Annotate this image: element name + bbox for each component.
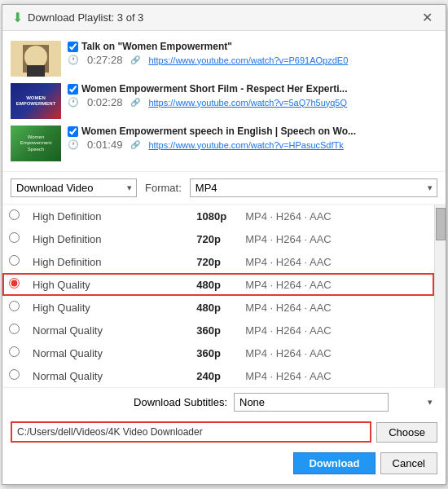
video-item: WOMENEMPOWERMENTWomen Empowerment Short … [11,80,437,122]
quality-radio[interactable] [9,301,20,311]
quality-resolution: 720p [190,250,239,273]
video-list: Talk on "Women Empowerment"🕐0:27:28🔗http… [2,31,446,172]
quality-resolution: 240p [190,364,239,387]
video-duration: 0:27:28 [87,54,122,66]
video-meta: 🕐0:27:28🔗https://www.youtube.com/watch?v… [68,54,437,66]
path-row: Choose [2,416,446,447]
video-info: Talk on "Women Empowerment"🕐0:27:28🔗http… [68,41,437,66]
quality-format: MP4 · H264 · AAC [239,205,434,227]
quality-label: High Quality [26,296,190,319]
download-type-select[interactable]: Download VideoDownload AudioDownload Sub… [11,178,137,197]
video-info: Women Empowerment speech in English | Sp… [68,126,437,151]
quality-radio[interactable] [9,369,20,380]
quality-table-wrapper: High Definition1080pMP4 · H264 · AACHigh… [2,205,434,388]
link-icon: 🔗 [130,98,140,107]
format-label: Format: [145,182,182,194]
quality-resolution: 480p [190,273,239,296]
format-wrapper: MP4MKVAVIMOV [190,178,437,197]
quality-label: Normal Quality [26,341,190,364]
quality-label: Normal Quality [26,319,190,341]
video-item: Talk on "Women Empowerment"🕐0:27:28🔗http… [11,37,437,80]
action-row: Download Cancel [2,447,446,482]
video-duration: 0:01:49 [87,139,122,151]
quality-table: High Definition1080pMP4 · H264 · AACHigh… [2,205,434,387]
video-info: Women Empowerment Short Film - Respect H… [68,83,437,108]
quality-resolution: 360p [190,341,239,364]
scrollbar-thumb[interactable] [436,208,446,240]
quality-row[interactable]: Normal Quality240pMP4 · H264 · AAC [2,364,434,387]
quality-radio[interactable] [9,346,20,357]
quality-row[interactable]: High Quality480pMP4 · H264 · AAC [2,296,434,319]
quality-label: High Definition [26,250,190,273]
video-url[interactable]: https://www.youtube.com/watch?v=P691AOpz… [148,55,348,65]
quality-format: MP4 · H264 · AAC [239,250,434,273]
quality-resolution: 360p [190,319,239,341]
quality-label: High Definition [26,205,190,227]
video-meta: 🕐0:02:28🔗https://www.youtube.com/watch?v… [68,96,437,108]
quality-row[interactable]: High Definition720pMP4 · H264 · AAC [2,227,434,250]
quality-format: MP4 · H264 · AAC [239,319,434,341]
video-title: Women Empowerment speech in English | Sp… [81,126,356,137]
dialog-title: Download Playlist: 3 of 3 [28,11,143,24]
quality-format: MP4 · H264 · AAC [239,341,434,364]
download-button[interactable]: Download [293,452,375,474]
video-url[interactable]: https://www.youtube.com/watch?v=HPasucSd… [148,140,343,150]
quality-label: Normal Quality [26,364,190,387]
video-title: Women Empowerment Short Film - Respect H… [81,83,348,95]
quality-resolution: 1080p [190,205,239,227]
cancel-button[interactable]: Cancel [380,452,437,474]
download-type-wrapper: Download VideoDownload AudioDownload Sub… [11,178,137,197]
subtitles-row: Download Subtitles: NoneEnglishFrenchSpa… [2,388,446,416]
quality-row[interactable]: High Definition1080pMP4 · H264 · AAC [2,205,434,227]
choose-button[interactable]: Choose [376,422,437,443]
link-icon: 🔗 [130,140,140,149]
quality-radio[interactable] [9,209,20,220]
quality-label: High Definition [26,227,190,250]
quality-format: MP4 · H264 · AAC [239,273,434,296]
close-button[interactable]: ✕ [419,10,436,25]
video-duration: 0:02:28 [87,96,122,108]
quality-row[interactable]: High Quality480pMP4 · H264 · AAC [2,273,434,296]
subtitles-select[interactable]: NoneEnglishFrenchSpanish [234,393,389,412]
video-item: WomenEmpowermentSpeechWomen Empowerment … [11,122,437,165]
clock-icon: 🕐 [68,55,79,65]
download-playlist-icon: ⬇ [12,10,23,25]
title-bar-content: ⬇ Download Playlist: 3 of 3 [12,10,143,25]
clock-icon: 🕐 [68,139,79,150]
quality-row[interactable]: High Definition720pMP4 · H264 · AAC [2,250,434,273]
link-icon: 🔗 [130,55,140,64]
quality-format: MP4 · H264 · AAC [239,227,434,250]
path-input[interactable] [11,421,371,443]
quality-label: High Quality [26,273,190,296]
video-checkbox[interactable] [68,126,78,137]
video-checkbox[interactable] [68,84,78,95]
video-meta: 🕐0:01:49🔗https://www.youtube.com/watch?v… [68,139,437,151]
quality-resolution: 480p [190,296,239,319]
subtitles-label: Download Subtitles: [134,396,227,408]
quality-radio[interactable] [9,232,20,243]
video-url[interactable]: https://www.youtube.com/watch?v=5aQ7h5uy… [148,98,347,108]
format-select[interactable]: MP4MKVAVIMOV [190,178,437,197]
quality-resolution: 720p [190,227,239,250]
scrollbar-track[interactable] [434,205,446,388]
download-dialog: ⬇ Download Playlist: 3 of 3 ✕ Talk on "W… [2,4,446,485]
quality-radio[interactable] [9,278,20,289]
title-bar: ⬇ Download Playlist: 3 of 3 ✕ [2,5,446,31]
quality-section: High Definition1080pMP4 · H264 · AACHigh… [2,205,446,388]
quality-radio[interactable] [9,324,20,334]
video-checkbox[interactable] [68,42,78,52]
subtitles-wrapper: NoneEnglishFrenchSpanish [234,393,437,412]
quality-row[interactable]: Normal Quality360pMP4 · H264 · AAC [2,319,434,341]
quality-format: MP4 · H264 · AAC [239,364,434,387]
controls-row: Download VideoDownload AudioDownload Sub… [2,172,446,205]
quality-radio[interactable] [9,255,20,266]
quality-row[interactable]: Normal Quality360pMP4 · H264 · AAC [2,341,434,364]
quality-format: MP4 · H264 · AAC [239,296,434,319]
video-title: Talk on "Women Empowerment" [81,41,232,52]
clock-icon: 🕐 [68,97,79,108]
